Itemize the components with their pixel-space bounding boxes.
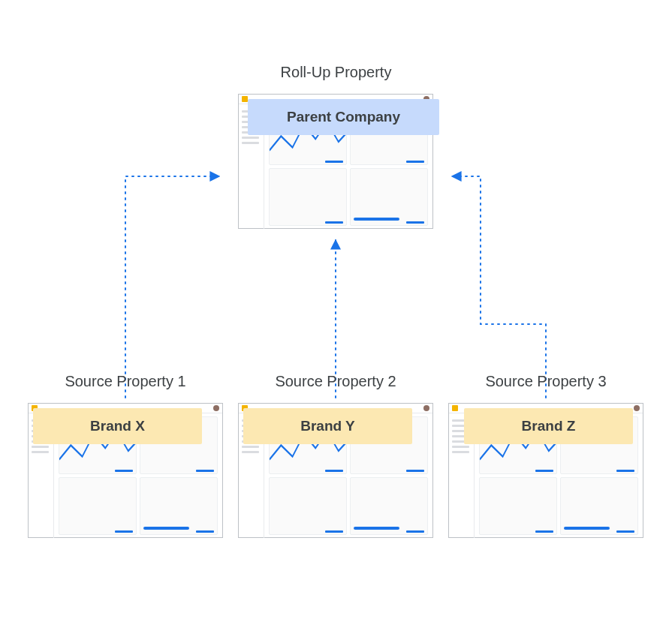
child-2-title: Source Property 2 bbox=[238, 373, 433, 390]
child-3-label: Brand Z bbox=[522, 418, 576, 434]
child-1-label: Brand X bbox=[90, 418, 145, 434]
parent-label-plate: Parent Company bbox=[248, 99, 439, 135]
child-1-label-plate: Brand X bbox=[33, 408, 202, 444]
child-3-title: Source Property 3 bbox=[448, 373, 643, 390]
child-3-label-plate: Brand Z bbox=[464, 408, 633, 444]
child-2-label: Brand Y bbox=[300, 418, 355, 434]
parent-title: Roll-Up Property bbox=[0, 64, 672, 81]
child-2-label-plate: Brand Y bbox=[243, 408, 412, 444]
diagram-canvas: Roll-Up Property bbox=[0, 0, 672, 631]
parent-label: Parent Company bbox=[287, 109, 400, 125]
child-1-title: Source Property 1 bbox=[28, 373, 223, 390]
